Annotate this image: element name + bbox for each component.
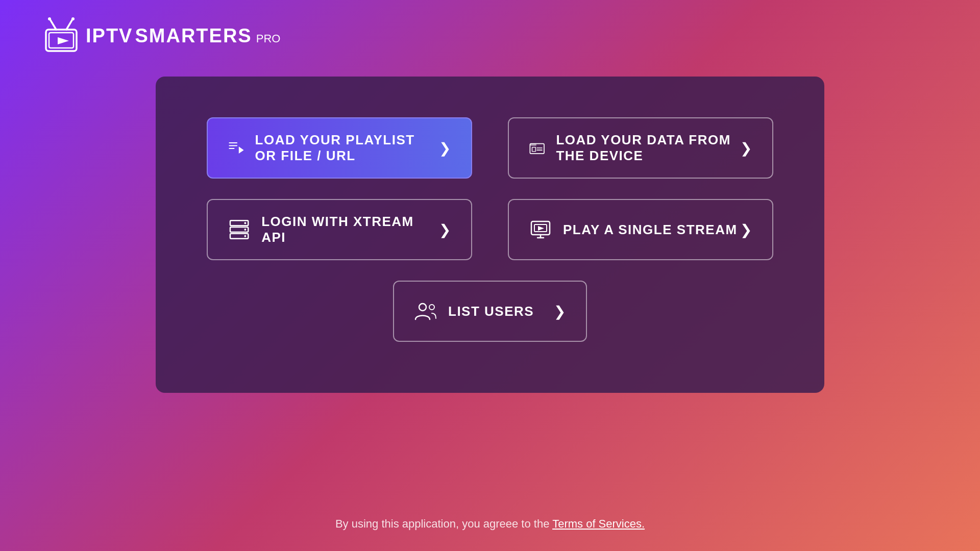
users-button[interactable]: LIST USERS ❯ (393, 281, 587, 342)
users-button-content: LIST USERS (414, 300, 534, 322)
device-button[interactable]: LOAD YOUR DATA FROM THE DEVICE ❯ (508, 117, 773, 179)
users-button-arrow: ❯ (554, 303, 566, 320)
playlist-button-arrow: ❯ (439, 140, 451, 157)
svg-point-21 (244, 235, 246, 237)
logo-pro: PRO (256, 32, 281, 45)
stream-icon (529, 218, 552, 241)
svg-line-1 (66, 19, 72, 30)
svg-rect-13 (532, 147, 536, 152)
main-card: LOAD YOUR PLAYLIST OR FILE / URL ❯ LOAD … (156, 77, 824, 393)
svg-marker-26 (538, 226, 544, 231)
device-button-content: LOAD YOUR DATA FROM THE DEVICE (529, 132, 740, 164)
users-button-label: LIST USERS (448, 304, 534, 319)
xtream-icon (228, 218, 250, 241)
logo-text: IPTV SMARTERS PRO (86, 25, 280, 47)
footer-text: By using this application, you agreee to… (335, 517, 550, 530)
svg-line-0 (50, 19, 56, 30)
buttons-row-3: LIST USERS ❯ (207, 281, 773, 342)
footer: By using this application, you agreee to… (0, 517, 980, 531)
playlist-button-content: LOAD YOUR PLAYLIST OR FILE / URL (228, 132, 439, 164)
playlist-icon (228, 137, 244, 159)
stream-button-label: PLAY A SINGLE STREAM (563, 222, 738, 238)
xtream-button-content: LOGIN WITH XTREAM API (228, 214, 439, 245)
stream-button-arrow: ❯ (740, 221, 752, 238)
buttons-row-2: LOGIN WITH XTREAM API ❯ PLAY A SINGLE ST… (207, 199, 773, 260)
svg-point-28 (429, 305, 434, 310)
logo: IPTV SMARTERS PRO (41, 15, 280, 56)
stream-button[interactable]: PLAY A SINGLE STREAM ❯ (508, 199, 773, 260)
device-button-label: LOAD YOUR DATA FROM THE DEVICE (556, 132, 740, 164)
xtream-button[interactable]: LOGIN WITH XTREAM API ❯ (207, 199, 472, 260)
terms-link[interactable]: Terms of Services. (552, 517, 645, 530)
header: IPTV SMARTERS PRO (0, 0, 980, 71)
xtream-button-arrow: ❯ (439, 221, 451, 238)
svg-rect-9 (229, 148, 234, 149)
users-icon (414, 300, 437, 322)
device-icon (529, 137, 545, 159)
svg-point-3 (71, 17, 75, 20)
svg-point-17 (244, 222, 246, 224)
svg-marker-10 (239, 146, 244, 154)
svg-point-19 (244, 229, 246, 231)
buttons-row-1: LOAD YOUR PLAYLIST OR FILE / URL ❯ LOAD … (207, 117, 773, 179)
svg-rect-12 (530, 144, 536, 146)
device-button-arrow: ❯ (740, 140, 752, 157)
playlist-button[interactable]: LOAD YOUR PLAYLIST OR FILE / URL ❯ (207, 117, 472, 179)
playlist-button-label: LOAD YOUR PLAYLIST OR FILE / URL (255, 132, 439, 164)
svg-rect-7 (229, 142, 237, 143)
svg-rect-8 (229, 145, 237, 146)
svg-point-2 (48, 17, 51, 20)
svg-marker-6 (58, 37, 69, 44)
svg-point-27 (419, 304, 426, 311)
logo-smarters: SMARTERS (135, 25, 252, 47)
xtream-button-label: LOGIN WITH XTREAM API (261, 214, 439, 245)
tv-logo-icon (41, 15, 82, 56)
logo-iptv: IPTV (86, 25, 133, 47)
stream-button-content: PLAY A SINGLE STREAM (529, 218, 738, 241)
